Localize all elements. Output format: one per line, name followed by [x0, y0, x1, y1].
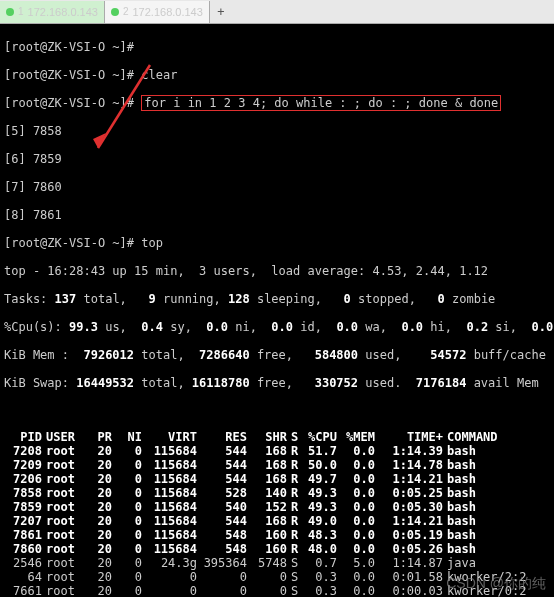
top-swap: KiB Swap: 16449532 total, 16118780 free,…: [4, 376, 550, 390]
table-row: 7206root200115684544168R49.70.01:14.21ba…: [4, 472, 550, 486]
process-table: PIDUSERPRNIVIRTRESSHRS%CPU%MEMTIME+COMMA…: [4, 430, 550, 597]
top-mem: KiB Mem : 7926012 total, 7286640 free, 5…: [4, 348, 550, 362]
tab-number: 1: [18, 6, 24, 17]
new-tab-button[interactable]: +: [210, 5, 232, 19]
table-row: 7861root200115684548160R48.30.00:05.19ba…: [4, 528, 550, 542]
prompt: [root@ZK-VSI-O ~]#: [4, 96, 134, 110]
cmd-clear: clear: [141, 68, 177, 82]
table-row: 2546root20024.3g3953645748S0.75.01:14.87…: [4, 556, 550, 570]
prompt: [root@ZK-VSI-O ~]#: [4, 236, 134, 250]
prompt: [root@ZK-VSI-O ~]#: [4, 40, 134, 54]
tab-2[interactable]: 2 172.168.0.143: [105, 1, 210, 23]
tab-bar: 1 172.168.0.143 2 172.168.0.143 +: [0, 0, 554, 24]
table-row: 7208root200115684544168R51.70.01:14.39ba…: [4, 444, 550, 458]
status-dot-icon: [6, 8, 14, 16]
table-row: 7860root200115684548160R48.00.00:05.26ba…: [4, 542, 550, 556]
table-row: 7859root200115684540152R49.30.00:05.30ba…: [4, 500, 550, 514]
table-row: 7207root200115684544168R49.00.01:14.21ba…: [4, 514, 550, 528]
cmd-top: top: [141, 236, 163, 250]
top-cpu: %Cpu(s): 99.3 us, 0.4 sy, 0.0 ni, 0.0 id…: [4, 320, 550, 334]
prompt: [root@ZK-VSI-O ~]#: [4, 68, 134, 82]
terminal[interactable]: [root@ZK-VSI-O ~]# [root@ZK-VSI-O ~]# cl…: [0, 24, 554, 597]
top-tasks: Tasks: 137 total, 9 running, 128 sleepin…: [4, 292, 550, 306]
job-output: [7] 7860: [4, 180, 550, 194]
top-line1: top - 16:28:43 up 15 min, 3 users, load …: [4, 264, 550, 278]
job-output: [8] 7861: [4, 208, 550, 222]
job-output: [6] 7859: [4, 152, 550, 166]
tab-ip: 172.168.0.143: [132, 6, 202, 18]
cmd-for-highlight: for i in 1 2 3 4; do while : ; do : ; do…: [141, 95, 501, 111]
watermark: CSDN @你的纯: [446, 575, 546, 593]
job-output: [5] 7858: [4, 124, 550, 138]
tab-number: 2: [123, 6, 129, 17]
table-row: 7858root200115684528140R49.30.00:05.25ba…: [4, 486, 550, 500]
table-header: PIDUSERPRNIVIRTRESSHRS%CPU%MEMTIME+COMMA…: [4, 430, 550, 444]
table-row: 7209root200115684544168R50.00.01:14.78ba…: [4, 458, 550, 472]
tab-1[interactable]: 1 172.168.0.143: [0, 1, 105, 23]
tab-ip: 172.168.0.143: [28, 6, 98, 18]
status-dot-icon: [111, 8, 119, 16]
